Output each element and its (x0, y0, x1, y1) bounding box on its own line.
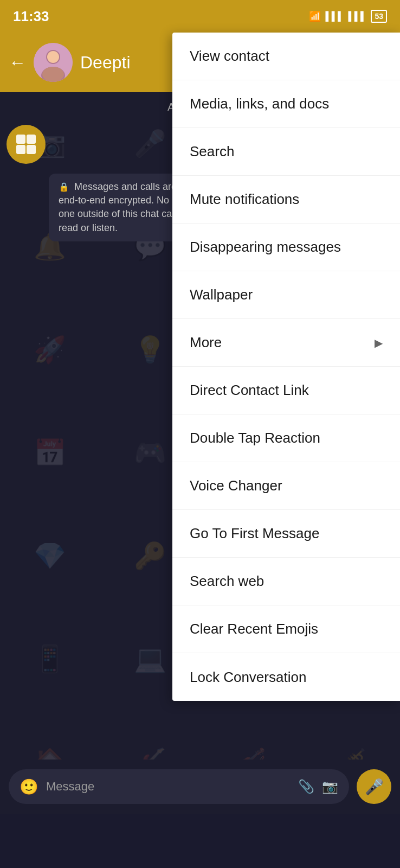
menu-item-mute-notifications[interactable]: Mute notifications (172, 176, 400, 224)
golden-bubble (7, 125, 46, 164)
menu-label-11: Search web (190, 573, 264, 590)
encryption-text: Messages and calls are end-to-end encryp… (59, 181, 177, 233)
bg-icon: 📅 (0, 401, 100, 505)
menu-label-9: Voice Changer (190, 477, 282, 494)
svg-rect-7 (16, 145, 25, 154)
menu-label-2: Search (190, 143, 234, 160)
menu-label-3: Mute notifications (190, 191, 299, 208)
menu-label-4: Disappearing messages (190, 239, 341, 256)
menu-item-search[interactable]: Search (172, 128, 400, 176)
signal-bars-icon: ▌▌▌ (325, 11, 344, 21)
svg-point-3 (47, 51, 59, 63)
menu-label-7: Direct Contact Link (190, 382, 309, 399)
menu-item-lock-conversation[interactable]: Lock Conversation (172, 653, 400, 701)
emoji-button[interactable]: 🙂 (20, 778, 38, 796)
lock-icon: 🔒 (59, 182, 69, 192)
menu-item-direct-contact-link[interactable]: Direct Contact Link (172, 367, 400, 414)
menu-item-clear-recent-emojis[interactable]: Clear Recent Emojis (172, 605, 400, 653)
signal-bars-2-icon: ▌▌▌ (348, 11, 366, 21)
avatar[interactable] (34, 43, 73, 82)
battery-icon: 53 (371, 10, 387, 23)
menu-label-13: Lock Conversation (190, 669, 306, 686)
status-bar: 11:33 📶 ▌▌▌ ▌▌▌ 53 (0, 0, 400, 33)
message-input-field[interactable]: 🙂 Message 📎 📷 (9, 769, 349, 804)
bg-icon: 📱 (0, 608, 100, 711)
wifi-icon: 📶 (309, 10, 321, 22)
status-icons: 📶 ▌▌▌ ▌▌▌ 53 (309, 10, 387, 23)
menu-item-disappearing-messages[interactable]: Disappearing messages (172, 224, 400, 271)
menu-item-wallpaper[interactable]: Wallpaper (172, 271, 400, 319)
message-input[interactable]: Message (46, 780, 291, 794)
submenu-arrow-icon: ▶ (375, 336, 383, 349)
menu-label-8: Double Tap Reaction (190, 430, 320, 446)
dropdown-menu: View contactMedia, links, and docsSearch… (172, 33, 400, 701)
menu-item-view-contact[interactable]: View contact (172, 33, 400, 80)
menu-label-6: More (190, 334, 222, 351)
menu-item-voice-changer[interactable]: Voice Changer (172, 462, 400, 510)
bg-icon: 🚀 (0, 298, 100, 401)
menu-label-10: Go To First Message (190, 525, 319, 542)
back-button[interactable]: ← (9, 53, 26, 73)
camera-button[interactable]: 📷 (322, 779, 338, 794)
menu-label-1: Media, links, and docs (190, 95, 329, 112)
svg-rect-8 (27, 145, 36, 154)
attach-button[interactable]: 📎 (298, 779, 314, 794)
bg-icon: 💎 (0, 505, 100, 608)
input-bar: 🙂 Message 📎 📷 🎤 (0, 760, 400, 814)
menu-item-search-web[interactable]: Search web (172, 558, 400, 605)
svg-rect-5 (16, 135, 25, 144)
menu-label-12: Clear Recent Emojis (190, 621, 318, 637)
svg-rect-6 (27, 135, 36, 144)
svg-point-4 (42, 67, 64, 82)
menu-item-go-to-first-message[interactable]: Go To First Message (172, 510, 400, 558)
menu-item-more[interactable]: More▶ (172, 319, 400, 367)
menu-item-media,-links,-and-docs[interactable]: Media, links, and docs (172, 80, 400, 128)
menu-label-5: Wallpaper (190, 286, 253, 303)
encryption-notice: 🔒 Messages and calls are end-to-end encr… (49, 174, 190, 241)
menu-label-0: View contact (190, 48, 269, 65)
mic-button[interactable]: 🎤 (357, 769, 391, 804)
status-time: 11:33 (13, 8, 49, 25)
menu-item-double-tap-reaction[interactable]: Double Tap Reaction (172, 414, 400, 462)
